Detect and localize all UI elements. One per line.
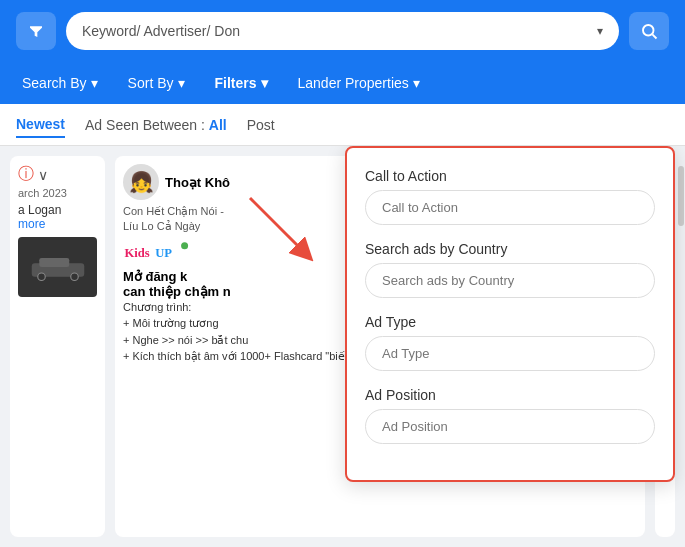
card-date: arch 2023 xyxy=(18,187,97,199)
svg-point-8 xyxy=(181,242,188,249)
tab-ad-seen[interactable]: Ad Seen Between : All xyxy=(85,113,227,137)
filter-label-ad-type: Ad Type xyxy=(365,314,655,330)
tab-newest[interactable]: Newest xyxy=(16,112,65,138)
svg-text:UP: UP xyxy=(155,246,172,260)
nav-item-lander-properties[interactable]: Lander Properties ▾ xyxy=(286,67,432,99)
nav-item-search-by[interactable]: Search By ▾ xyxy=(10,67,110,99)
svg-point-0 xyxy=(643,25,654,36)
svg-rect-3 xyxy=(39,258,69,267)
nav-item-sort-by[interactable]: Sort By ▾ xyxy=(116,67,197,99)
nav-label-lander-properties: Lander Properties xyxy=(298,75,409,91)
search-bar[interactable]: Keyword/ Advertiser/ Don ▾ xyxy=(66,12,619,50)
tab-bar: Newest Ad Seen Between : All Post xyxy=(0,104,685,146)
card-title: Thoạt Khô xyxy=(165,175,230,190)
filter-label-ad-position: Ad Position xyxy=(365,387,655,403)
card-name: a Logan xyxy=(18,203,97,217)
main-content: ⓘ ∨ arch 2023 a Logan more 👧 xyxy=(0,146,685,547)
svg-point-4 xyxy=(37,273,45,281)
header: Keyword/ Advertiser/ Don ▾ xyxy=(0,0,685,62)
chevron-down-icon: ▾ xyxy=(178,75,185,91)
filter-label-country: Search ads by Country xyxy=(365,241,655,257)
chevron-down-icon: ∨ xyxy=(38,167,48,183)
chevron-down-icon: ▾ xyxy=(597,24,603,38)
filter-label-call-to-action: Call to Action xyxy=(365,168,655,184)
nav-label-filters: Filters xyxy=(215,75,257,91)
scrollbar[interactable] xyxy=(677,146,685,547)
error-icon: ⓘ xyxy=(18,164,34,185)
ad-type-input[interactable] xyxy=(365,336,655,371)
nav-label-sort-by: Sort By xyxy=(128,75,174,91)
nav-item-filters[interactable]: Filters ▾ xyxy=(203,67,280,99)
nav-label-search-by: Search By xyxy=(22,75,87,91)
chevron-down-icon: ▾ xyxy=(91,75,98,91)
filter-icon xyxy=(28,22,44,40)
call-to-action-input[interactable] xyxy=(365,190,655,225)
card-more-link[interactable]: more xyxy=(18,217,97,231)
filter-group-country: Search ads by Country xyxy=(365,241,655,298)
nav-bar: Search By ▾ Sort By ▾ Filters ▾ Lander P… xyxy=(0,62,685,104)
filter-group-call-to-action: Call to Action xyxy=(365,168,655,225)
ad-position-input[interactable] xyxy=(365,409,655,444)
card-image xyxy=(18,237,97,297)
filter-dropdown-panel: Call to Action Search ads by Country Ad … xyxy=(345,146,675,482)
chevron-down-icon: ▾ xyxy=(261,75,268,91)
card-left: ⓘ ∨ arch 2023 a Logan more xyxy=(10,156,105,537)
filter-group-ad-type: Ad Type xyxy=(365,314,655,371)
kids-logo-svg: Kids UP xyxy=(123,241,193,263)
scrollbar-thumb xyxy=(678,166,684,226)
search-icon xyxy=(640,22,658,40)
filter-group-ad-position: Ad Position xyxy=(365,387,655,444)
svg-text:Kids: Kids xyxy=(124,246,149,260)
country-search-input[interactable] xyxy=(365,263,655,298)
search-text: Keyword/ Advertiser/ Don xyxy=(82,23,240,39)
filter-button[interactable] xyxy=(16,12,56,50)
svg-point-5 xyxy=(70,273,78,281)
chevron-down-icon: ▾ xyxy=(413,75,420,91)
tab-post[interactable]: Post xyxy=(247,113,275,137)
svg-line-1 xyxy=(652,34,656,38)
avatar: 👧 xyxy=(123,164,159,200)
search-button[interactable] xyxy=(629,12,669,50)
